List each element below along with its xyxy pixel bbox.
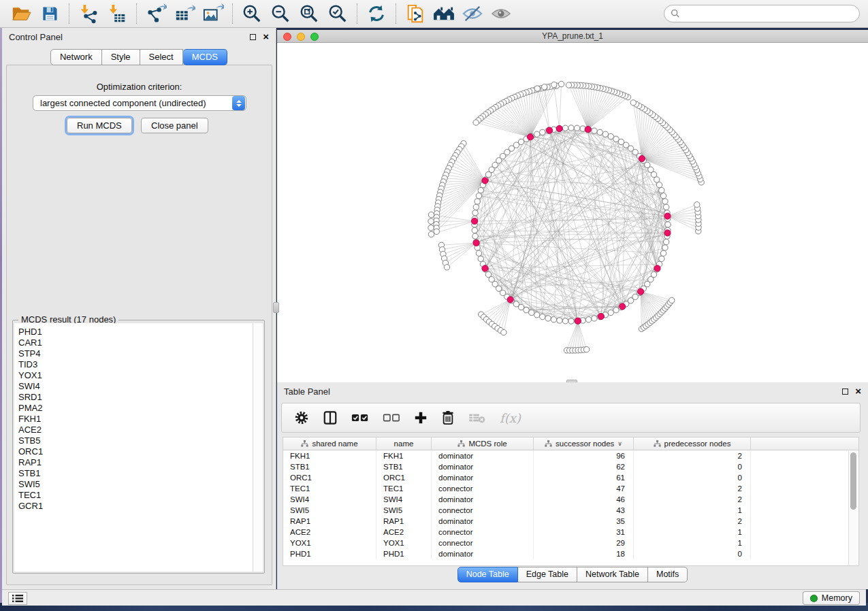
open-session-icon[interactable] (10, 3, 33, 24)
tab-network-table[interactable]: Network Table (577, 567, 648, 582)
criterion-select[interactable]: largest connected component (undirected) (33, 95, 246, 111)
mcds-result-item[interactable]: SWI5 (18, 479, 254, 490)
network-canvas[interactable] (277, 43, 867, 382)
float-panel-icon[interactable] (842, 389, 848, 395)
mcds-result-scrollbar[interactable] (253, 323, 263, 572)
refresh-icon[interactable] (365, 3, 388, 24)
table-row[interactable]: TEC1TEC1connector472 (283, 483, 858, 494)
control-panel-title: Control Panel (9, 32, 63, 42)
houses-icon[interactable] (432, 3, 455, 24)
table-row[interactable]: SWI5SWI5connector431 (283, 505, 858, 516)
mcds-result-item[interactable]: STP4 (18, 348, 254, 359)
column-header-predecessor-nodes[interactable]: predecessor nodes (634, 437, 751, 450)
column-header-name[interactable]: name (376, 437, 432, 450)
vertical-splitter-grip[interactable] (273, 302, 279, 313)
hide-selected-eye-slash-icon[interactable] (461, 3, 484, 24)
column-header-mcds-role[interactable]: MCDS role (432, 437, 534, 450)
table-cell (751, 516, 858, 527)
network-window-titlebar[interactable]: YPA_prune.txt_1 (277, 30, 868, 43)
table-settings-gear-icon[interactable] (294, 410, 309, 425)
table-row[interactable]: YOX1YOX1connector291 (283, 538, 858, 548)
zoom-fit-icon[interactable] (298, 3, 321, 24)
deselect-all-rows-icon[interactable] (383, 412, 400, 423)
close-window-icon[interactable] (283, 33, 291, 41)
memory-button[interactable]: Memory (803, 591, 860, 605)
table-cell: connector (432, 538, 534, 548)
table-row[interactable]: RAP1RAP1dominator352 (283, 516, 858, 527)
table-cell: YOX1 (283, 538, 376, 548)
maximize-window-icon[interactable] (310, 33, 319, 41)
float-panel-icon[interactable] (250, 34, 256, 40)
mcds-result-item[interactable]: FKH1 (18, 414, 254, 425)
mcds-result-item[interactable]: TID3 (18, 359, 254, 370)
table-row[interactable]: ORC1ORC1dominator610 (283, 472, 858, 483)
zoom-selected-icon[interactable] (326, 3, 349, 24)
export-network-icon[interactable] (144, 3, 167, 24)
mcds-result-list[interactable]: PHD1CAR1STP4TID3YOX1SWI4SRD1PMA2FKH1ACE2… (14, 323, 254, 572)
mcds-result-item[interactable]: ACE2 (18, 425, 254, 435)
table-cell: ACE2 (283, 527, 376, 538)
add-column-plus-icon[interactable] (414, 411, 428, 425)
close-panel-icon[interactable]: × (263, 33, 269, 40)
status-bar: Memory (2, 589, 866, 606)
tab-edge-table[interactable]: Edge Table (518, 567, 577, 582)
tab-network[interactable]: Network (50, 49, 102, 65)
table-cell: SWI5 (376, 505, 432, 516)
zoom-in-icon[interactable] (240, 3, 263, 24)
table-cell: PHD1 (283, 548, 376, 559)
table-row[interactable]: STB1STB1dominator620 (283, 461, 858, 472)
mcds-result-item[interactable]: SRD1 (18, 392, 254, 403)
column-header-shared-name[interactable]: shared name (283, 437, 376, 450)
mcds-result-item[interactable]: PHD1 (18, 327, 254, 337)
mcds-tab-content: Optimization criterion: largest connecte… (6, 65, 272, 585)
table-row[interactable]: SWI4SWI4dominator462 (283, 494, 858, 505)
column-layout-icon[interactable] (323, 410, 338, 425)
mcds-result-item[interactable]: PMA2 (18, 403, 254, 414)
mcds-result-item[interactable]: YOX1 (18, 370, 254, 381)
close-panel-button[interactable]: Close panel (141, 118, 208, 133)
run-mcds-button[interactable]: Run MCDS (67, 118, 132, 133)
tab-node-table[interactable]: Node Table (457, 567, 518, 582)
search-box[interactable] (664, 5, 860, 22)
task-history-button[interactable] (8, 592, 27, 605)
table-cell: 18 (534, 548, 634, 559)
tab-style[interactable]: Style (102, 49, 140, 65)
mcds-result-item[interactable]: STB1 (18, 468, 254, 479)
zoom-out-icon[interactable] (269, 3, 292, 24)
import-network-icon[interactable] (77, 3, 100, 24)
minimize-window-icon[interactable] (297, 33, 305, 41)
table-cell: connector (432, 505, 534, 516)
table-cell: 46 (534, 494, 634, 505)
table-cell: dominator (432, 472, 534, 483)
show-all-eye-icon[interactable] (489, 3, 513, 24)
list-icon (12, 594, 23, 603)
delete-column-trash-icon[interactable] (441, 410, 455, 425)
export-image-icon[interactable] (202, 3, 225, 24)
table-row[interactable]: PHD1PHD1dominator180 (283, 548, 858, 559)
mcds-result-item[interactable]: CAR1 (18, 337, 254, 348)
duplicate-network-icon[interactable] (404, 3, 427, 24)
mcds-result-item[interactable]: STB5 (18, 435, 254, 446)
table-row[interactable]: FKH1FKH1dominator962 (283, 450, 858, 461)
tab-motifs[interactable]: Motifs (648, 567, 688, 582)
mcds-result-item[interactable]: GCR1 (18, 501, 254, 512)
search-input[interactable] (684, 9, 859, 18)
save-session-icon[interactable] (38, 3, 61, 24)
mcds-result-item[interactable]: TEC1 (18, 490, 254, 501)
close-panel-icon[interactable]: × (855, 388, 861, 395)
mcds-result-item[interactable]: SWI4 (18, 381, 254, 392)
tab-select[interactable]: Select (140, 49, 183, 65)
select-all-rows-icon[interactable] (351, 412, 369, 423)
select-stepper-icon (232, 96, 245, 110)
table-vertical-scrollbar[interactable] (848, 451, 858, 565)
tab-mcds[interactable]: MCDS (183, 49, 227, 65)
import-table-icon[interactable] (106, 3, 129, 24)
mcds-result-item[interactable]: RAP1 (18, 457, 254, 468)
table-row[interactable]: ACE2ACE2connector311 (283, 527, 858, 538)
column-header-successor-nodes[interactable]: successor nodes ∨ (534, 437, 634, 450)
main-toolbar (0, 0, 868, 28)
export-table-icon[interactable] (173, 3, 196, 24)
mcds-result-item[interactable]: ORC1 (18, 446, 254, 457)
table-scrollbar-thumb[interactable] (850, 452, 856, 510)
delete-table-icon-disabled (468, 412, 486, 424)
